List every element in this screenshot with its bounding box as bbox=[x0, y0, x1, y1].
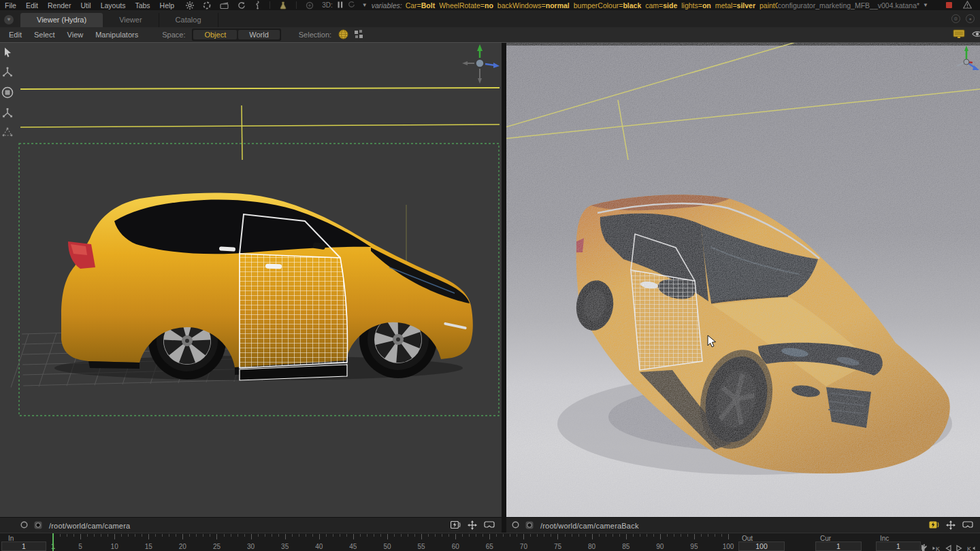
variable-lights[interactable]: lights=on bbox=[681, 1, 710, 10]
pan-move-icon[interactable] bbox=[468, 520, 477, 531]
tab-catalog[interactable]: Catalog bbox=[159, 13, 218, 27]
variable-bumpercolour[interactable]: bumperColour=black bbox=[574, 1, 642, 10]
camera-path-left[interactable]: /root/world/cam/camera bbox=[49, 522, 130, 530]
toolbar-menu-edit[interactable]: Edit bbox=[3, 31, 28, 39]
frame-tick bbox=[435, 534, 436, 537]
frame-tick bbox=[687, 534, 688, 537]
variable-car[interactable]: Car=Bolt bbox=[406, 1, 435, 10]
render-stop-icon[interactable] bbox=[946, 2, 952, 8]
frame-tick bbox=[251, 534, 252, 539]
translate-tool-icon[interactable] bbox=[2, 67, 13, 78]
right-scene bbox=[506, 43, 980, 518]
pause-icon[interactable] bbox=[338, 1, 343, 10]
menu-layouts[interactable]: Layouts bbox=[96, 1, 131, 10]
frame-tick bbox=[517, 534, 517, 537]
frame-tick bbox=[360, 534, 361, 537]
variable-paintcolour[interactable]: paintColour=yellow bbox=[760, 1, 778, 10]
viewport-left[interactable]: /root/world/cam/camera bbox=[0, 43, 502, 533]
frame-tick bbox=[374, 534, 374, 537]
menu-file[interactable]: File bbox=[0, 1, 21, 10]
inc-field[interactable]: 1 bbox=[876, 541, 921, 551]
next-key-icon[interactable]: K bbox=[967, 542, 975, 551]
frame-tick bbox=[189, 534, 190, 537]
tab-viewer[interactable]: Viewer bbox=[103, 13, 159, 27]
prev-key-icon[interactable]: K bbox=[932, 542, 941, 551]
scale-tool-icon[interactable] bbox=[2, 107, 13, 118]
space-object-button[interactable]: Object bbox=[193, 30, 237, 39]
frame-tick bbox=[544, 534, 544, 537]
flash-camera-icon[interactable] bbox=[451, 521, 461, 530]
camera-badge-icon[interactable] bbox=[525, 521, 534, 531]
frame-tick bbox=[715, 534, 715, 537]
car-side-view[interactable] bbox=[54, 193, 473, 380]
prev-frame-icon[interactable] bbox=[945, 542, 951, 551]
menu-util[interactable]: Util bbox=[76, 1, 95, 10]
axis-gizmo[interactable] bbox=[462, 44, 500, 84]
pin-icon[interactable]: ♥ bbox=[4, 15, 14, 24]
tabbar-lock-icon[interactable]: ● bbox=[966, 14, 975, 23]
render-monitor-icon[interactable] bbox=[953, 29, 965, 40]
pan-move-icon[interactable] bbox=[946, 520, 956, 531]
settings-gear-icon[interactable] bbox=[186, 1, 194, 10]
lock-circle-icon[interactable] bbox=[20, 521, 28, 530]
goggles-icon[interactable] bbox=[962, 521, 973, 530]
frame-tick bbox=[148, 534, 149, 539]
filename-dropdown-icon[interactable]: ▼ bbox=[923, 2, 928, 8]
pane-divider[interactable] bbox=[502, 43, 506, 533]
variable-cam[interactable]: cam=side bbox=[645, 1, 677, 10]
tab-viewer-hydra[interactable]: Viewer (Hydra) bbox=[20, 13, 103, 27]
refresh-icon[interactable] bbox=[238, 1, 246, 10]
camera-path-right[interactable]: /root/world/cam/cameraBack bbox=[540, 522, 639, 530]
variable-metal[interactable]: metal=silver bbox=[715, 1, 755, 10]
frame-tick bbox=[114, 534, 115, 539]
frame-tick bbox=[674, 534, 674, 537]
space-world-button[interactable]: World bbox=[238, 30, 280, 39]
flask-icon[interactable] bbox=[279, 1, 287, 10]
filename-display[interactable]: configurator_marketing_MFB__v004.katana*… bbox=[778, 1, 928, 10]
snap-tool-icon[interactable] bbox=[2, 127, 13, 137]
frame-tick bbox=[585, 534, 586, 537]
goggles-icon[interactable] bbox=[484, 521, 495, 530]
menubar-separator bbox=[270, 1, 270, 9]
toolbar-menu-view[interactable]: View bbox=[61, 31, 90, 39]
flash-camera-icon-active[interactable] bbox=[929, 521, 939, 530]
menu-help[interactable]: Help bbox=[155, 1, 180, 10]
viewport-right[interactable]: /root/world/cam/cameraBack bbox=[506, 43, 980, 533]
hold-hand-icon[interactable] bbox=[920, 542, 928, 551]
menu-render[interactable]: Render bbox=[43, 1, 76, 10]
playhead[interactable] bbox=[52, 533, 54, 551]
rotate-tool-icon[interactable] bbox=[1, 86, 14, 99]
next-frame-icon[interactable] bbox=[956, 542, 962, 551]
toolbar-menu-manipulators[interactable]: Manipulators bbox=[89, 31, 144, 39]
frame-tick bbox=[681, 534, 681, 537]
variables-dropdown-icon[interactable]: ▼ bbox=[362, 2, 368, 8]
frame-tick bbox=[169, 534, 169, 537]
menu-edit[interactable]: Edit bbox=[21, 1, 43, 10]
tabbar-gear-icon[interactable]: ⚙ bbox=[951, 14, 960, 23]
cur-field[interactable]: 1 bbox=[815, 541, 862, 551]
selection-components-icon[interactable] bbox=[354, 29, 363, 40]
frame-tick bbox=[667, 534, 668, 537]
frame-label-15: 15 bbox=[140, 543, 157, 550]
warning-icon[interactable] bbox=[963, 1, 972, 10]
eye-icon[interactable] bbox=[972, 30, 980, 39]
mode-3d-label: 3D: bbox=[322, 1, 333, 9]
hook-icon[interactable] bbox=[255, 1, 261, 10]
frame-tick bbox=[135, 534, 135, 537]
select-tool-icon[interactable] bbox=[3, 47, 13, 58]
space-buttons: ObjectWorld bbox=[192, 29, 280, 41]
menu-tabs[interactable]: Tabs bbox=[130, 1, 154, 10]
frame-tick bbox=[346, 534, 347, 537]
out-field[interactable]: 100 bbox=[738, 541, 785, 551]
slate-icon[interactable] bbox=[220, 1, 229, 10]
toolbar-menu-select[interactable]: Select bbox=[28, 31, 61, 39]
render-ring-icon[interactable] bbox=[203, 1, 211, 10]
frame-tick bbox=[626, 534, 627, 539]
variable-backwindows[interactable]: backWindows=normal bbox=[497, 1, 570, 10]
camera-badge-icon[interactable] bbox=[34, 521, 42, 531]
playback-controls: K K bbox=[920, 542, 975, 551]
variable-wheelrotate[interactable]: WheelRotate=no bbox=[439, 1, 493, 10]
viewer-toolbar: EditSelectViewManipulators Space: Object… bbox=[0, 27, 980, 43]
selection-globe-icon[interactable] bbox=[338, 29, 348, 41]
lock-circle-icon[interactable] bbox=[512, 521, 519, 530]
